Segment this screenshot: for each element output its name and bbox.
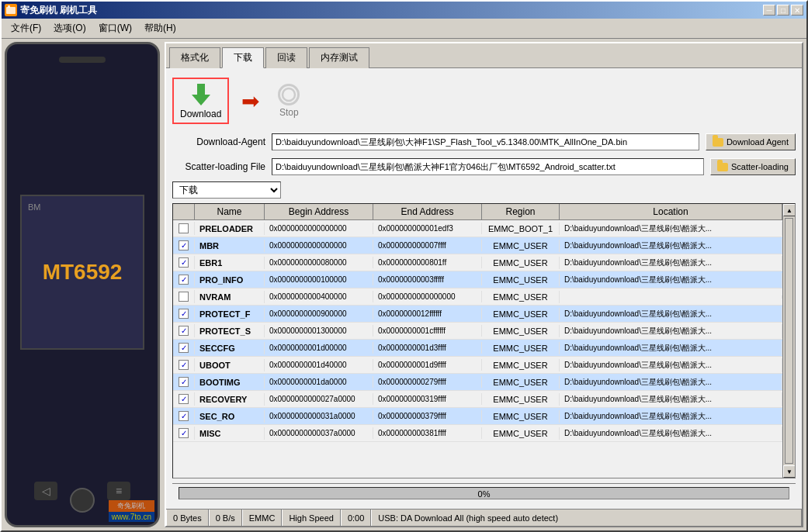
svg-marker-3 bbox=[192, 95, 210, 105]
row-checkbox[interactable]: ✓ bbox=[179, 377, 189, 387]
td-region: EMMC_USER bbox=[482, 376, 560, 389]
td-check[interactable]: ✓ bbox=[173, 324, 195, 337]
status-mode: High Speed bbox=[282, 510, 341, 526]
td-check[interactable]: ✓ bbox=[173, 273, 195, 286]
row-checkbox[interactable]: ✓ bbox=[179, 360, 189, 370]
right-panel: 格式化 下载 回读 内存测试 Download ➡ bbox=[165, 42, 803, 527]
td-check[interactable]: ✓ bbox=[173, 409, 195, 423]
title-bar: 寄免刷机 刷机工具 ─ □ ✕ bbox=[2, 2, 806, 19]
td-location: D:\baiduyundownload\三星线刷包\酷派大... bbox=[560, 256, 782, 270]
scroll-thumb[interactable] bbox=[785, 218, 793, 464]
download-agent-row: Download-Agent Download Agent bbox=[172, 132, 796, 152]
menu-file[interactable]: 文件(F) bbox=[5, 20, 47, 36]
td-begin: 0x0000000000027a0000 bbox=[265, 393, 373, 405]
td-check[interactable]: ✓ bbox=[173, 375, 195, 389]
td-end: 0x0000000001cffffff bbox=[373, 325, 482, 337]
td-region: EMMC_USER bbox=[482, 359, 560, 371]
td-check[interactable] bbox=[173, 290, 195, 303]
row-checkbox[interactable]: ✓ bbox=[179, 309, 189, 319]
td-location: D:\baiduyundownload\三星线刷包\酷派大... bbox=[560, 324, 782, 338]
scatter-folder-icon bbox=[717, 163, 728, 171]
menu-window[interactable]: 窗口(W) bbox=[92, 20, 138, 36]
main-content: BM MT6592 ◁ ≡ 奇兔刷机 www.7to.cn 格式化 下载 回读 … bbox=[2, 39, 806, 530]
td-check[interactable]: ✓ bbox=[173, 341, 195, 354]
td-region: EMMC_USER bbox=[482, 393, 560, 406]
td-end: 0x000000000379ffff bbox=[373, 410, 482, 422]
scatter-input[interactable] bbox=[272, 158, 704, 175]
minimize-button[interactable]: ─ bbox=[763, 5, 775, 16]
row-checkbox[interactable]: ✓ bbox=[179, 257, 189, 268]
tab-readback[interactable]: 回读 bbox=[265, 47, 307, 68]
td-check[interactable]: ✓ bbox=[173, 392, 195, 406]
td-end: 0x0000000001d9ffff bbox=[373, 359, 482, 371]
stop-button[interactable]: Stop bbox=[272, 81, 306, 121]
table-body: PRELOADER 0x0000000000000000 0x000000000… bbox=[173, 220, 782, 478]
row-checkbox[interactable]: ✓ bbox=[179, 240, 189, 250]
status-bytes: 0 Bytes bbox=[166, 510, 209, 526]
svg-rect-0 bbox=[6, 7, 16, 14]
td-name: SECCFG bbox=[195, 342, 265, 354]
scatter-btn-label: Scatter-loading bbox=[731, 162, 789, 171]
table-row: PRELOADER 0x0000000000000000 0x000000000… bbox=[173, 220, 782, 237]
window-title: 寄免刷机 刷机工具 bbox=[20, 4, 97, 17]
td-begin: 0x0000000001300000 bbox=[265, 325, 373, 337]
download-agent-btn-label: Download Agent bbox=[727, 137, 789, 147]
row-checkbox[interactable]: ✓ bbox=[179, 411, 189, 421]
tab-memtest[interactable]: 内存测试 bbox=[309, 47, 369, 68]
td-name: SEC_RO bbox=[195, 410, 265, 423]
td-name: BOOTIMG bbox=[195, 376, 265, 389]
td-check[interactable]: ✓ bbox=[173, 358, 195, 371]
phone-brand: BM bbox=[28, 202, 41, 212]
download-agent-label: Download-Agent bbox=[172, 136, 265, 147]
td-check[interactable] bbox=[173, 222, 195, 235]
table-row: ✓ UBOOT 0x0000000001d40000 0x0000000001d… bbox=[173, 357, 782, 374]
title-bar-buttons: ─ □ ✕ bbox=[763, 5, 803, 16]
tab-download[interactable]: 下载 bbox=[222, 47, 264, 68]
row-checkbox[interactable] bbox=[179, 223, 189, 233]
td-check[interactable]: ✓ bbox=[173, 427, 195, 440]
menu-help[interactable]: 帮助(H) bbox=[138, 20, 182, 36]
download-agent-button[interactable]: Download Agent bbox=[706, 133, 796, 150]
table-row: ✓ RECOVERY 0x0000000000027a0000 0x000000… bbox=[173, 391, 782, 408]
stop-icon bbox=[281, 87, 296, 102]
row-checkbox[interactable]: ✓ bbox=[179, 428, 189, 438]
download-agent-input[interactable] bbox=[272, 133, 699, 150]
row-checkbox[interactable]: ✓ bbox=[179, 343, 189, 353]
td-location: D:\baiduyundownload\三星线刷包\酷派大... bbox=[560, 427, 782, 440]
close-button[interactable]: ✕ bbox=[791, 5, 803, 16]
menu-options[interactable]: 选项(O) bbox=[47, 20, 92, 36]
phone-screen: BM MT6592 bbox=[20, 195, 144, 350]
td-begin: 0x0000000000100000 bbox=[265, 274, 373, 285]
td-check[interactable]: ✓ bbox=[173, 239, 195, 252]
phone-panel: BM MT6592 ◁ ≡ 奇兔刷机 www.7to.cn bbox=[5, 42, 160, 527]
td-name: MBR bbox=[195, 240, 265, 252]
td-begin: 0x0000000000000000 bbox=[265, 240, 373, 251]
scatter-button[interactable]: Scatter-loading bbox=[710, 158, 796, 175]
status-type: EMMC bbox=[242, 510, 283, 526]
progress-section: 0% bbox=[172, 483, 796, 503]
row-checkbox[interactable]: ✓ bbox=[179, 326, 189, 336]
td-end: 0x000000000007ffff bbox=[373, 240, 482, 251]
phone-back-btn: ◁ bbox=[34, 482, 57, 500]
td-location: D:\baiduyundownload\三星线刷包\酷派大... bbox=[560, 409, 782, 423]
download-button[interactable]: Download bbox=[172, 78, 229, 124]
td-location: D:\baiduyundownload\三星线刷包\酷派大... bbox=[560, 273, 782, 287]
maximize-button[interactable]: □ bbox=[777, 5, 789, 16]
table-row: ✓ BOOTIMG 0x0000000001da0000 0x000000000… bbox=[173, 374, 782, 391]
row-checkbox[interactable]: ✓ bbox=[179, 275, 189, 285]
scrollbar[interactable]: ▲ ▼ bbox=[782, 204, 795, 478]
scroll-up-btn[interactable]: ▲ bbox=[783, 204, 795, 216]
main-window: 寄免刷机 刷机工具 ─ □ ✕ 文件(F) 选项(O) 窗口(W) 帮助(H) … bbox=[0, 0, 808, 532]
td-check[interactable]: ✓ bbox=[173, 307, 195, 320]
tab-format[interactable]: 格式化 bbox=[169, 47, 220, 68]
td-name: PROTECT_S bbox=[195, 325, 265, 337]
mode-dropdown[interactable]: 下载 仅下载预加载 bbox=[172, 181, 281, 199]
row-checkbox[interactable] bbox=[179, 292, 189, 302]
progress-label: 0% bbox=[179, 488, 789, 500]
scroll-down-btn[interactable]: ▼ bbox=[783, 465, 795, 478]
row-checkbox[interactable]: ✓ bbox=[179, 394, 189, 404]
folder-icon bbox=[713, 138, 723, 147]
th-location: Location bbox=[560, 204, 782, 219]
td-check[interactable]: ✓ bbox=[173, 256, 195, 269]
td-name: PROTECT_F bbox=[195, 308, 265, 320]
